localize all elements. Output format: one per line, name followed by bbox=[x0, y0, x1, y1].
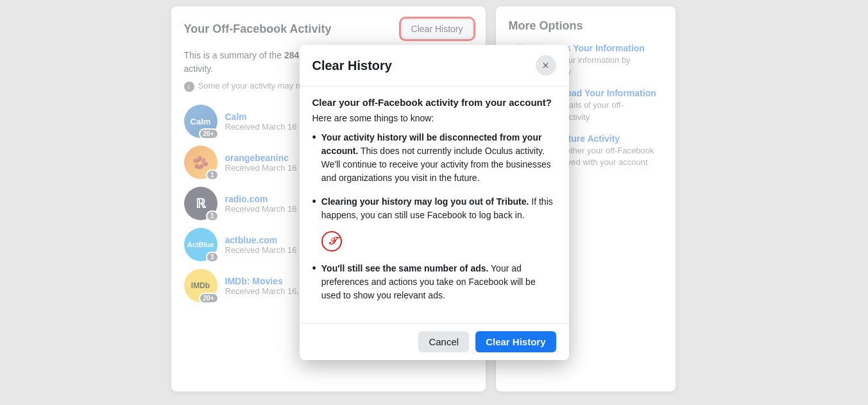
bullet-3-content: You'll still see the same number of ads.… bbox=[321, 262, 556, 302]
modal-footer: Cancel Clear History ↖ bbox=[300, 323, 569, 360]
modal-body: Clear your off-Facebook activity from yo… bbox=[300, 87, 569, 323]
modal-title: Clear History bbox=[312, 58, 393, 73]
confirm-clear-history-button[interactable]: Clear History ↖ bbox=[475, 331, 556, 352]
modal-things-to-know: Here are some things to know: bbox=[312, 113, 556, 123]
bullet-1-content: Your activity history will be disconnect… bbox=[321, 131, 556, 185]
modal-close-button[interactable]: × bbox=[536, 55, 556, 76]
modal-header: Clear History × bbox=[300, 45, 569, 87]
modal-subtitle: Clear your off-Facebook activity from yo… bbox=[312, 97, 556, 108]
tribute-logo-icon: 𝒯 bbox=[321, 231, 342, 252]
cancel-button[interactable]: Cancel bbox=[418, 331, 469, 352]
page-wrapper: Your Off-Facebook Activity Clear History… bbox=[0, 0, 868, 405]
bullet-2-strong: Clearing your history may log you out of… bbox=[321, 196, 529, 207]
cursor-icon: ↖ bbox=[553, 349, 561, 360]
bullet-3-strong: You'll still see the same number of ads. bbox=[321, 263, 489, 273]
modal-list-item-1: Your activity history will be disconnect… bbox=[312, 131, 556, 185]
modal-overlay: Clear History × Clear your off-Facebook … bbox=[0, 0, 868, 405]
modal-list: Your activity history will be disconnect… bbox=[312, 131, 556, 302]
modal-list-item-2: Clearing your history may log you out of… bbox=[312, 195, 556, 252]
clear-history-modal: Clear History × Clear your off-Facebook … bbox=[300, 45, 569, 360]
modal-list-item-3: You'll still see the same number of ads.… bbox=[312, 262, 556, 302]
bullet-2-content: Clearing your history may log you out of… bbox=[321, 195, 556, 252]
